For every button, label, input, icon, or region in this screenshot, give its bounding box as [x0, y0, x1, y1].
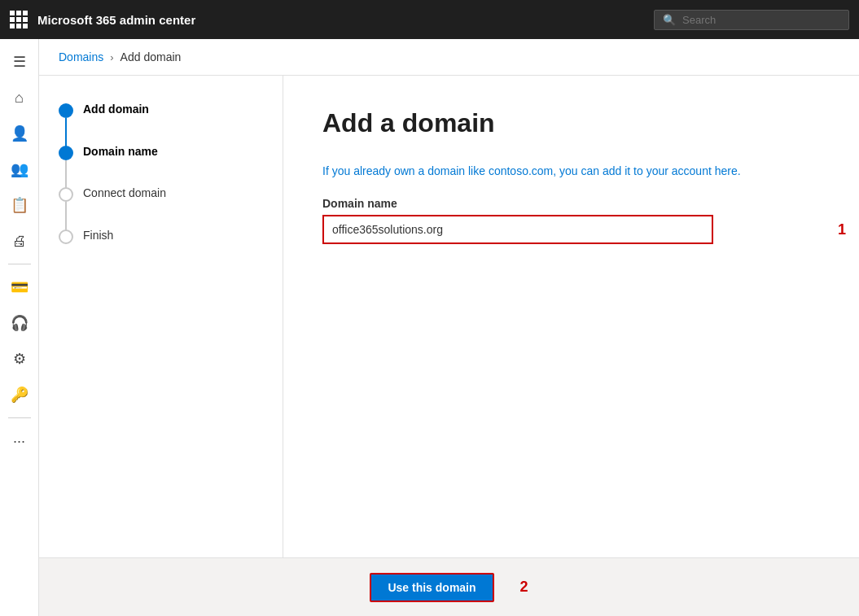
sidebar-divider	[8, 264, 31, 264]
breadcrumb-separator: ›	[110, 51, 113, 63]
step-add-domain: Add domain	[59, 102, 263, 144]
sidebar-item-home[interactable]: ⌂	[3, 81, 36, 114]
sidebar-divider-2	[8, 417, 31, 418]
sidebar-item-menu[interactable]: ☰	[3, 46, 36, 78]
info-text: If you already own a domain like contoso…	[322, 164, 820, 177]
wizard-steps-panel: Add domain Domain name Connect domain	[39, 76, 283, 557]
step-connector-1	[65, 118, 67, 147]
billing-icon: 💳	[11, 278, 28, 296]
sidebar-item-print[interactable]: 🖨	[3, 225, 36, 257]
step-domain-name: Domain name	[59, 144, 263, 186]
sidebar-item-keys[interactable]: 🔑	[3, 378, 36, 411]
wizard-container: Add domain Domain name Connect domain	[39, 76, 859, 557]
more-icon: ···	[13, 433, 25, 450]
content-area: Domains › Add domain Add domain Domain n…	[39, 39, 859, 616]
sidebar-item-support[interactable]: 🎧	[3, 307, 36, 339]
step-circle-4	[59, 229, 73, 244]
breadcrumb-bar: Domains › Add domain	[39, 39, 859, 76]
annotation-1: 1	[838, 221, 846, 238]
wizard-content-panel: Add a domain If you already own a domain…	[283, 76, 859, 557]
step-finish: Finish	[59, 228, 263, 270]
footer: Use this domain 2	[39, 557, 859, 616]
sidebar: ☰ ⌂ 👤 👥 📋 🖨 💳 🎧 ⚙ 🔑 ···	[0, 39, 39, 616]
step-label-3: Connect domain	[83, 186, 166, 228]
home-icon: ⌂	[15, 90, 24, 107]
domain-input-wrapper: 1	[322, 215, 820, 244]
step-label-2: Domain name	[83, 144, 158, 186]
page-title: Add a domain	[322, 108, 820, 138]
search-box[interactable]: 🔍	[654, 10, 849, 30]
main-layout: ☰ ⌂ 👤 👥 📋 🖨 💳 🎧 ⚙ 🔑 ···	[0, 39, 859, 616]
sidebar-item-groups[interactable]: 👥	[3, 153, 36, 186]
breadcrumb-parent[interactable]: Domains	[59, 50, 103, 63]
step-circle-2	[59, 146, 73, 160]
step-circle-3	[59, 187, 73, 202]
use-this-domain-button[interactable]: Use this domain	[370, 573, 493, 602]
support-icon: 🎧	[11, 314, 28, 332]
print-icon: 🖨	[12, 233, 27, 250]
app-title: Microsoft 365 admin center	[37, 13, 644, 27]
step-connector-3	[65, 202, 67, 231]
sidebar-item-billing[interactable]: 💳	[3, 271, 36, 304]
step-connect-domain: Connect domain	[59, 186, 263, 228]
domain-name-input[interactable]	[322, 215, 713, 244]
step-label-1: Add domain	[83, 102, 149, 144]
user-icon: 👤	[11, 125, 28, 142]
step-label-4: Finish	[83, 228, 113, 270]
topbar: Microsoft 365 admin center 🔍	[0, 0, 859, 39]
breadcrumb-current: Add domain	[121, 50, 182, 63]
step-connector-2	[65, 160, 67, 190]
groups-icon: 👥	[11, 160, 28, 178]
sidebar-item-settings[interactable]: ⚙	[3, 343, 36, 375]
admin-icon: 📋	[11, 196, 28, 214]
search-input[interactable]	[682, 14, 840, 26]
sidebar-item-user[interactable]: 👤	[3, 117, 36, 150]
sidebar-item-more[interactable]: ···	[3, 425, 36, 457]
sidebar-item-admin[interactable]: 📋	[3, 189, 36, 221]
settings-icon: ⚙	[13, 350, 26, 368]
menu-icon: ☰	[13, 53, 26, 71]
step-circle-1	[59, 103, 73, 118]
annotation-2: 2	[520, 579, 528, 596]
keys-icon: 🔑	[11, 386, 28, 404]
search-icon: 🔍	[663, 14, 676, 26]
app-launcher-icon[interactable]	[10, 11, 28, 28]
domain-name-label: Domain name	[322, 197, 820, 210]
